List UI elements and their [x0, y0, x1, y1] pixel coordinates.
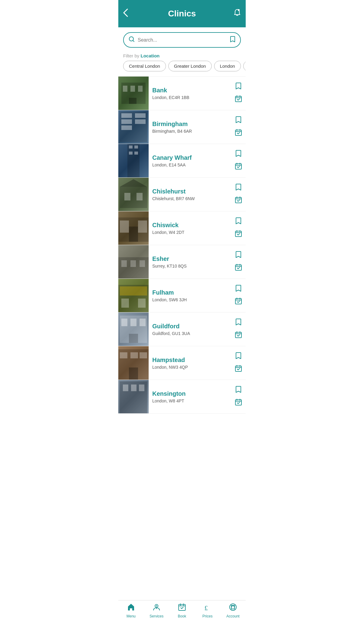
clinic-item[interactable]: Fulham London, SW6 3JH [118, 279, 246, 313]
header: Clinics [118, 0, 246, 27]
clinic-image [118, 77, 149, 110]
calendar-icon[interactable] [235, 331, 242, 340]
svg-text:£: £ [204, 604, 208, 611]
clinic-address: London, W4 2DT [152, 230, 231, 235]
svg-rect-4 [130, 86, 135, 92]
svg-rect-42 [121, 319, 127, 326]
clinic-info: Esher Surrey, KT10 8QS [149, 252, 235, 272]
nav-menu-label: Menu [126, 614, 136, 618]
bookmark-icon[interactable] [235, 352, 241, 361]
search-input[interactable] [138, 37, 227, 43]
nav-menu[interactable]: Menu [118, 603, 144, 618]
clinic-image [118, 279, 149, 312]
svg-rect-39 [138, 299, 146, 308]
clinic-item[interactable]: Hampstead London, NW3 4QP [118, 346, 246, 380]
svg-rect-25 [235, 197, 241, 203]
clinic-item[interactable]: Chislehurst Chislehurst, BR7 6NW [118, 178, 246, 211]
nav-prices[interactable]: £ Prices [195, 603, 220, 618]
prices-icon: £ [203, 603, 212, 613]
svg-rect-9 [121, 113, 132, 118]
clinic-info: Canary Wharf London, E14 5AA [149, 151, 235, 171]
bell-button[interactable] [234, 9, 241, 19]
svg-rect-3 [123, 86, 127, 92]
bookmark-header-icon[interactable] [230, 36, 235, 44]
clinic-name: Birmingham [152, 121, 231, 128]
clinic-address: Chislehurst, BR7 6NW [152, 196, 231, 201]
clinic-item[interactable]: Canary Wharf London, E14 5AA [118, 144, 246, 178]
chip-central-london[interactable]: Central London [123, 61, 166, 71]
calendar-icon[interactable] [235, 95, 242, 104]
svg-rect-30 [235, 231, 241, 237]
clinic-name: Canary Wharf [152, 154, 231, 161]
clinic-address: London, NW3 4QP [152, 365, 231, 370]
svg-rect-7 [235, 96, 241, 102]
chip-greater-london[interactable]: Greater London [168, 61, 212, 71]
calendar-icon[interactable] [235, 398, 242, 408]
bookmark-icon[interactable] [235, 82, 241, 91]
bookmark-icon[interactable] [235, 116, 241, 125]
bookmark-icon[interactable] [235, 150, 241, 159]
clinic-item[interactable]: Bank London, EC4R 1BB [118, 77, 246, 110]
svg-rect-19 [134, 152, 138, 155]
bookmark-icon[interactable] [235, 386, 241, 395]
calendar-icon[interactable] [235, 230, 242, 239]
bookmark-icon[interactable] [235, 183, 241, 193]
nav-prices-label: Prices [202, 614, 212, 618]
clinic-image [118, 211, 149, 245]
calendar-icon[interactable] [235, 264, 242, 273]
clinic-actions [235, 285, 246, 306]
bookmark-icon[interactable] [235, 285, 241, 294]
clinic-actions [235, 116, 246, 138]
svg-rect-6 [129, 98, 136, 104]
clinic-name: Chiswick [152, 222, 231, 229]
calendar-icon[interactable] [235, 196, 242, 205]
clinic-name: Chislehurst [152, 188, 231, 195]
clinic-info: Kensington London, W8 4PT [149, 387, 235, 407]
svg-rect-15 [127, 144, 140, 177]
clinic-address: London, EC4R 1BB [152, 95, 231, 100]
calendar-icon[interactable] [235, 297, 242, 306]
nav-services-label: Services [150, 614, 163, 618]
svg-rect-28 [138, 220, 147, 233]
nav-account[interactable]: Account [220, 603, 246, 618]
bookmark-icon[interactable] [235, 217, 241, 226]
calendar-icon[interactable] [235, 365, 242, 374]
bookmark-icon[interactable] [235, 251, 241, 260]
clinic-image [118, 313, 149, 346]
svg-rect-57 [235, 400, 241, 405]
back-button[interactable] [123, 9, 128, 19]
chip-online-doctor[interactable]: Online Doctor [243, 61, 246, 71]
clinic-image [118, 380, 149, 413]
clinic-name: Esher [152, 255, 231, 262]
nav-services[interactable]: Services [144, 603, 169, 618]
svg-rect-13 [135, 119, 146, 124]
clinic-actions [235, 352, 246, 374]
clinic-item[interactable]: Chiswick London, W4 2DT [118, 211, 246, 245]
clinic-actions [235, 82, 246, 104]
svg-point-59 [156, 605, 157, 607]
clinic-item[interactable]: Birmingham Birmingham, B4 6AR [118, 110, 246, 144]
svg-rect-5 [138, 86, 143, 92]
calendar-icon[interactable] [235, 129, 242, 138]
svg-rect-51 [129, 367, 138, 380]
clinic-item[interactable]: Esher Surrey, KT10 8QS [118, 245, 246, 279]
clinic-item[interactable]: Guildford Guildford, GU1 3UA [118, 313, 246, 346]
search-bar [123, 32, 241, 48]
clinic-list: Bank London, EC4R 1BB [118, 76, 246, 414]
svg-rect-54 [123, 384, 128, 391]
clinic-address: London, W8 4PT [152, 398, 231, 403]
bookmark-icon[interactable] [235, 318, 241, 327]
calendar-icon[interactable] [235, 162, 242, 172]
search-icon [129, 36, 135, 44]
svg-rect-44 [140, 319, 146, 326]
chip-london[interactable]: London [214, 61, 241, 71]
clinic-name: Guildford [152, 323, 231, 330]
clinic-info: Bank London, EC4R 1BB [149, 83, 235, 104]
clinic-address: London, E14 5AA [152, 162, 231, 167]
svg-rect-43 [130, 319, 136, 326]
nav-book-label: Book [178, 614, 186, 618]
clinic-item[interactable]: Kensington London, W8 4PT [118, 380, 246, 414]
nav-book[interactable]: Book [169, 603, 195, 618]
clinic-actions [235, 251, 246, 273]
svg-rect-23 [124, 193, 130, 200]
